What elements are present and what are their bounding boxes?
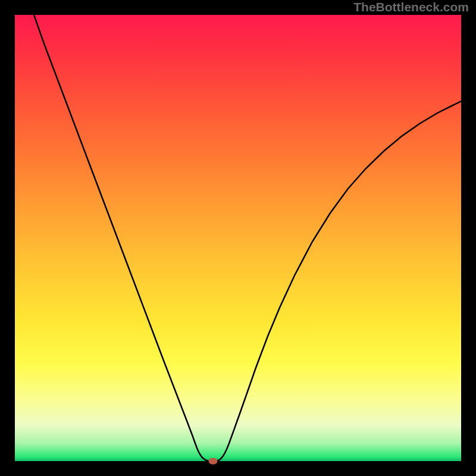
- minimum-marker: [209, 458, 218, 465]
- bottleneck-curve: [34, 15, 461, 461]
- plot-area: [15, 15, 461, 461]
- curve-chart-svg: [15, 15, 461, 461]
- watermark-text: TheBottleneck.com: [353, 0, 469, 14]
